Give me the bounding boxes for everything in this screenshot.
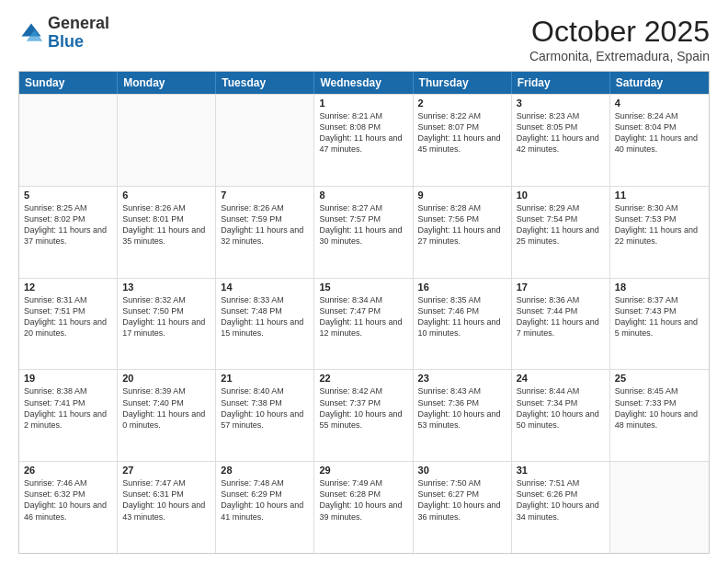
day-number: 29 (319, 465, 407, 476)
page: General Blue October 2025 Carmonita, Ext… (0, 0, 728, 563)
day-cell-20: 20Sunrise: 8:39 AMSunset: 7:40 PMDayligh… (118, 370, 216, 461)
cell-info: Sunrise: 8:36 AMSunset: 7:44 PMDaylight:… (517, 294, 605, 339)
empty-cell (118, 95, 216, 186)
day-number: 10 (517, 190, 605, 201)
day-number: 22 (319, 373, 407, 384)
cell-info: Sunrise: 8:34 AMSunset: 7:47 PMDaylight:… (319, 294, 407, 339)
cell-info: Sunrise: 8:31 AMSunset: 7:51 PMDaylight:… (24, 294, 112, 339)
day-number: 5 (24, 190, 112, 201)
cell-info: Sunrise: 7:48 AMSunset: 6:29 PMDaylight:… (221, 477, 309, 523)
header: General Blue October 2025 Carmonita, Ext… (18, 15, 710, 63)
cell-info: Sunrise: 7:46 AMSunset: 6:32 PMDaylight:… (24, 477, 112, 523)
month-title: October 2025 (529, 15, 710, 49)
weekday-header-sunday: Sunday (19, 72, 118, 94)
day-number: 2 (418, 98, 506, 109)
day-number: 3 (517, 98, 605, 109)
day-number: 17 (517, 282, 605, 293)
weekday-header-tuesday: Tuesday (216, 72, 314, 94)
cell-info: Sunrise: 8:39 AMSunset: 7:40 PMDaylight:… (122, 385, 210, 431)
cell-info: Sunrise: 8:38 AMSunset: 7:41 PMDaylight:… (24, 385, 112, 431)
day-number: 20 (122, 373, 210, 384)
day-number: 19 (24, 373, 112, 384)
day-cell-30: 30Sunrise: 7:50 AMSunset: 6:27 PMDayligh… (414, 462, 512, 553)
day-number: 26 (24, 465, 112, 476)
day-number: 1 (319, 98, 407, 109)
cell-info: Sunrise: 7:51 AMSunset: 6:26 PMDaylight:… (517, 477, 605, 523)
calendar-row-5: 26Sunrise: 7:46 AMSunset: 6:32 PMDayligh… (19, 461, 709, 553)
day-cell-21: 21Sunrise: 8:40 AMSunset: 7:38 PMDayligh… (216, 370, 314, 461)
day-number: 30 (418, 465, 506, 476)
cell-info: Sunrise: 8:45 AMSunset: 7:33 PMDaylight:… (615, 385, 704, 431)
day-cell-23: 23Sunrise: 8:43 AMSunset: 7:36 PMDayligh… (414, 370, 512, 461)
logo: General Blue (18, 15, 109, 52)
day-cell-6: 6Sunrise: 8:26 AMSunset: 8:01 PMDaylight… (118, 187, 216, 278)
logo-blue: Blue (48, 32, 84, 51)
cell-info: Sunrise: 8:28 AMSunset: 7:56 PMDaylight:… (418, 202, 506, 247)
empty-cell (216, 95, 314, 186)
weekday-header-wednesday: Wednesday (314, 72, 413, 94)
day-cell-11: 11Sunrise: 8:30 AMSunset: 7:53 PMDayligh… (610, 187, 709, 278)
day-number: 16 (418, 282, 506, 293)
cell-info: Sunrise: 7:49 AMSunset: 6:28 PMDaylight:… (319, 477, 407, 523)
day-cell-18: 18Sunrise: 8:37 AMSunset: 7:43 PMDayligh… (610, 279, 709, 370)
day-number: 28 (221, 465, 309, 476)
cell-info: Sunrise: 8:25 AMSunset: 8:02 PMDaylight:… (24, 202, 112, 247)
day-cell-22: 22Sunrise: 8:42 AMSunset: 7:37 PMDayligh… (314, 370, 413, 461)
day-cell-10: 10Sunrise: 8:29 AMSunset: 7:54 PMDayligh… (512, 187, 610, 278)
calendar-header: SundayMondayTuesdayWednesdayThursdayFrid… (19, 72, 709, 94)
calendar-row-1: 1Sunrise: 8:21 AMSunset: 8:08 PMDaylight… (19, 94, 709, 186)
weekday-header-saturday: Saturday (610, 72, 709, 94)
day-cell-3: 3Sunrise: 8:23 AMSunset: 8:05 PMDaylight… (512, 95, 610, 186)
day-number: 15 (319, 282, 407, 293)
day-cell-2: 2Sunrise: 8:22 AMSunset: 8:07 PMDaylight… (414, 95, 512, 186)
logo-text: General Blue (48, 15, 109, 52)
day-cell-13: 13Sunrise: 8:32 AMSunset: 7:50 PMDayligh… (118, 279, 216, 370)
cell-info: Sunrise: 8:21 AMSunset: 8:08 PMDaylight:… (319, 110, 407, 155)
day-cell-12: 12Sunrise: 8:31 AMSunset: 7:51 PMDayligh… (19, 279, 118, 370)
cell-info: Sunrise: 8:23 AMSunset: 8:05 PMDaylight:… (517, 110, 605, 155)
day-cell-24: 24Sunrise: 8:44 AMSunset: 7:34 PMDayligh… (512, 370, 610, 461)
day-cell-15: 15Sunrise: 8:34 AMSunset: 7:47 PMDayligh… (314, 279, 413, 370)
cell-info: Sunrise: 7:50 AMSunset: 6:27 PMDaylight:… (418, 477, 506, 523)
day-number: 9 (418, 190, 506, 201)
location: Carmonita, Extremadura, Spain (529, 49, 710, 63)
day-cell-29: 29Sunrise: 7:49 AMSunset: 6:28 PMDayligh… (314, 462, 413, 553)
cell-info: Sunrise: 8:43 AMSunset: 7:36 PMDaylight:… (418, 385, 506, 431)
day-number: 31 (517, 465, 605, 476)
weekday-header-thursday: Thursday (414, 72, 512, 94)
day-cell-28: 28Sunrise: 7:48 AMSunset: 6:29 PMDayligh… (216, 462, 314, 553)
day-number: 7 (221, 190, 309, 201)
logo-icon (18, 20, 44, 46)
day-number: 21 (221, 373, 309, 384)
calendar-body: 1Sunrise: 8:21 AMSunset: 8:08 PMDaylight… (19, 94, 709, 553)
day-cell-1: 1Sunrise: 8:21 AMSunset: 8:08 PMDaylight… (314, 95, 413, 186)
day-number: 13 (122, 282, 210, 293)
day-cell-31: 31Sunrise: 7:51 AMSunset: 6:26 PMDayligh… (512, 462, 610, 553)
day-cell-16: 16Sunrise: 8:35 AMSunset: 7:46 PMDayligh… (414, 279, 512, 370)
cell-info: Sunrise: 8:22 AMSunset: 8:07 PMDaylight:… (418, 110, 506, 155)
cell-info: Sunrise: 8:32 AMSunset: 7:50 PMDaylight:… (122, 294, 210, 339)
calendar-row-4: 19Sunrise: 8:38 AMSunset: 7:41 PMDayligh… (19, 369, 709, 461)
day-number: 8 (319, 190, 407, 201)
day-cell-26: 26Sunrise: 7:46 AMSunset: 6:32 PMDayligh… (19, 462, 118, 553)
day-cell-27: 27Sunrise: 7:47 AMSunset: 6:31 PMDayligh… (118, 462, 216, 553)
day-number: 4 (615, 98, 704, 109)
title-block: October 2025 Carmonita, Extremadura, Spa… (529, 15, 710, 63)
calendar: SundayMondayTuesdayWednesdayThursdayFrid… (18, 71, 710, 554)
cell-info: Sunrise: 8:29 AMSunset: 7:54 PMDaylight:… (517, 202, 605, 247)
day-number: 27 (122, 465, 210, 476)
day-number: 14 (221, 282, 309, 293)
cell-info: Sunrise: 8:33 AMSunset: 7:48 PMDaylight:… (221, 294, 309, 339)
cell-info: Sunrise: 7:47 AMSunset: 6:31 PMDaylight:… (122, 477, 210, 523)
day-cell-4: 4Sunrise: 8:24 AMSunset: 8:04 PMDaylight… (610, 95, 709, 186)
cell-info: Sunrise: 8:27 AMSunset: 7:57 PMDaylight:… (319, 202, 407, 247)
cell-info: Sunrise: 8:44 AMSunset: 7:34 PMDaylight:… (517, 385, 605, 431)
cell-info: Sunrise: 8:30 AMSunset: 7:53 PMDaylight:… (615, 202, 704, 247)
day-cell-8: 8Sunrise: 8:27 AMSunset: 7:57 PMDaylight… (314, 187, 413, 278)
cell-info: Sunrise: 8:40 AMSunset: 7:38 PMDaylight:… (221, 385, 309, 431)
cell-info: Sunrise: 8:37 AMSunset: 7:43 PMDaylight:… (615, 294, 704, 339)
day-cell-7: 7Sunrise: 8:26 AMSunset: 7:59 PMDaylight… (216, 187, 314, 278)
day-cell-14: 14Sunrise: 8:33 AMSunset: 7:48 PMDayligh… (216, 279, 314, 370)
day-cell-5: 5Sunrise: 8:25 AMSunset: 8:02 PMDaylight… (19, 187, 118, 278)
logo-general: General (48, 14, 109, 32)
